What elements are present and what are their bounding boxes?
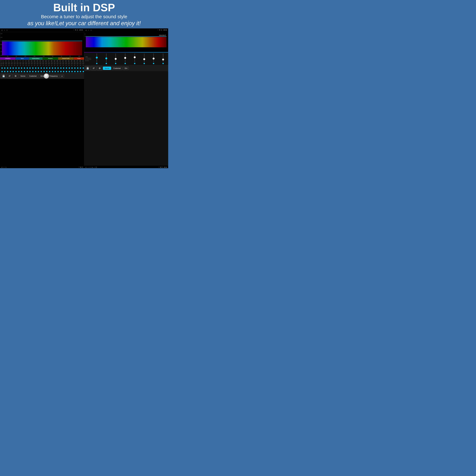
slider-dot[interactable] bbox=[7, 71, 8, 72]
slider-thumb-white[interactable] bbox=[124, 57, 126, 59]
eq-settings-icon: ⚙ bbox=[15, 75, 17, 77]
slider-dot[interactable] bbox=[49, 68, 50, 69]
slider-group-3 bbox=[115, 53, 116, 64]
frequency-button[interactable]: Frequency bbox=[48, 74, 60, 78]
slider-dot[interactable] bbox=[43, 68, 45, 69]
slider-dot[interactable] bbox=[63, 68, 64, 69]
slider-dot[interactable] bbox=[77, 71, 78, 72]
slider-track[interactable] bbox=[144, 53, 144, 62]
slider-dot[interactable] bbox=[29, 71, 31, 72]
knob-overlay[interactable] bbox=[44, 73, 49, 79]
slider-dot[interactable] bbox=[60, 68, 62, 69]
slider-dot[interactable] bbox=[15, 68, 17, 69]
slider-dot[interactable] bbox=[27, 71, 28, 72]
slider-dot[interactable] bbox=[13, 71, 14, 72]
slider-track[interactable] bbox=[135, 53, 135, 62]
right-em-button[interactable]: Em bbox=[123, 67, 129, 70]
slider-dot[interactable] bbox=[52, 68, 53, 69]
slider-dot[interactable] bbox=[10, 68, 11, 69]
slider-dot[interactable] bbox=[27, 68, 28, 69]
eq-settings-button[interactable]: ⚙ bbox=[13, 74, 18, 78]
slider-dot[interactable] bbox=[63, 71, 64, 72]
slider-dot[interactable] bbox=[71, 68, 73, 69]
slider-thumb-cyan[interactable] bbox=[105, 57, 107, 59]
slider-dot[interactable] bbox=[29, 68, 31, 69]
slider-dot[interactable] bbox=[69, 71, 70, 72]
slider-dot[interactable] bbox=[41, 68, 42, 69]
slider-thumb-white[interactable] bbox=[115, 58, 117, 60]
slider-dot[interactable] bbox=[24, 71, 25, 72]
right-dsp-panel: ◁ ○ □ ♡ ▼ ⓘ 20:34 standard -0 -10 Ult bbox=[84, 28, 168, 166]
slider-track[interactable] bbox=[97, 53, 97, 62]
slider-dot-bottom bbox=[96, 63, 97, 64]
save-button[interactable]: 💾 bbox=[1, 74, 6, 78]
reset-button[interactable]: ↺ bbox=[7, 74, 12, 78]
slider-thumb-white[interactable] bbox=[162, 59, 164, 60]
left-dsp-panel: ◁ ○ □ ♡ ▼ ⓘ 20:34 +15 +10 +5 0dB -5 -10 … bbox=[0, 28, 84, 166]
slider-dot[interactable] bbox=[46, 71, 48, 72]
slider-group-2 bbox=[106, 53, 107, 64]
slider-dot[interactable] bbox=[32, 71, 34, 72]
slider-dot[interactable] bbox=[80, 68, 81, 69]
slider-dot[interactable] bbox=[55, 71, 56, 72]
slider-dot[interactable] bbox=[57, 71, 59, 72]
slider-track[interactable] bbox=[116, 53, 116, 62]
slider-track[interactable] bbox=[153, 53, 154, 62]
slider-dot[interactable] bbox=[10, 71, 11, 72]
slider-dot[interactable] bbox=[38, 71, 39, 72]
slider-dot[interactable] bbox=[60, 71, 62, 72]
slider-dot[interactable] bbox=[41, 71, 42, 72]
slider-dot[interactable] bbox=[4, 71, 5, 72]
slider-dot[interactable] bbox=[80, 71, 81, 72]
slider-dot[interactable] bbox=[69, 68, 70, 69]
slider-dot[interactable] bbox=[66, 68, 67, 69]
user-button[interactable]: u bbox=[60, 74, 64, 78]
right-scene-button[interactable]: Scene bbox=[103, 67, 111, 70]
slider-dot[interactable] bbox=[46, 68, 48, 69]
slider-dot[interactable] bbox=[43, 71, 45, 72]
slider-dot[interactable] bbox=[52, 71, 53, 72]
right-save-button[interactable]: 💾 bbox=[85, 66, 90, 70]
right-eq-button[interactable]: ⚙ bbox=[97, 66, 102, 70]
right-grid bbox=[86, 32, 134, 52]
right-reset-button[interactable]: ↺ bbox=[91, 66, 97, 70]
slider-dot[interactable] bbox=[77, 68, 78, 69]
slider-dot[interactable] bbox=[21, 68, 22, 69]
slider-dot[interactable] bbox=[74, 68, 76, 69]
slider-dot[interactable] bbox=[83, 68, 84, 69]
slider-dot[interactable] bbox=[71, 71, 73, 72]
slider-thumb-white[interactable] bbox=[153, 58, 154, 60]
bottom-right-nav: ◁ ○ □ ● ▪ ⓘ bbox=[85, 167, 97, 168]
customer-button[interactable]: Customer bbox=[27, 74, 38, 78]
slider-dot[interactable] bbox=[24, 68, 25, 69]
slider-dot[interactable] bbox=[35, 71, 36, 72]
slider-dot[interactable] bbox=[13, 68, 14, 69]
slider-dot[interactable] bbox=[21, 71, 22, 72]
slider-dot[interactable] bbox=[35, 68, 36, 69]
slider-dot[interactable] bbox=[18, 71, 19, 72]
emphasis-button[interactable]: Emp... bbox=[39, 74, 48, 78]
slider-dot[interactable] bbox=[55, 68, 56, 69]
slider-thumb-cyan[interactable] bbox=[96, 57, 98, 59]
slider-dot[interactable] bbox=[49, 71, 50, 72]
slider-track[interactable] bbox=[106, 53, 106, 62]
slider-dot[interactable] bbox=[32, 68, 34, 69]
slider-dot[interactable] bbox=[15, 71, 17, 72]
slider-dot[interactable] bbox=[74, 71, 76, 72]
slider-dot[interactable] bbox=[1, 68, 3, 69]
slider-dot[interactable] bbox=[83, 71, 84, 72]
slider-dot[interactable] bbox=[7, 68, 8, 69]
slider-dot[interactable] bbox=[38, 68, 39, 69]
slider-group-4 bbox=[125, 53, 126, 64]
slider-dot[interactable] bbox=[1, 71, 3, 72]
slider-thumb-white[interactable] bbox=[134, 56, 136, 58]
scene-button[interactable]: Scene bbox=[19, 74, 27, 78]
slider-track[interactable] bbox=[125, 53, 125, 62]
slider-dot[interactable] bbox=[18, 68, 19, 69]
slider-dot[interactable] bbox=[4, 68, 5, 69]
slider-track[interactable] bbox=[163, 53, 163, 62]
slider-dot[interactable] bbox=[66, 71, 67, 72]
right-customer-button[interactable]: Customer bbox=[112, 67, 123, 70]
slider-dot[interactable] bbox=[57, 68, 59, 69]
slider-thumb-white[interactable] bbox=[143, 58, 145, 60]
